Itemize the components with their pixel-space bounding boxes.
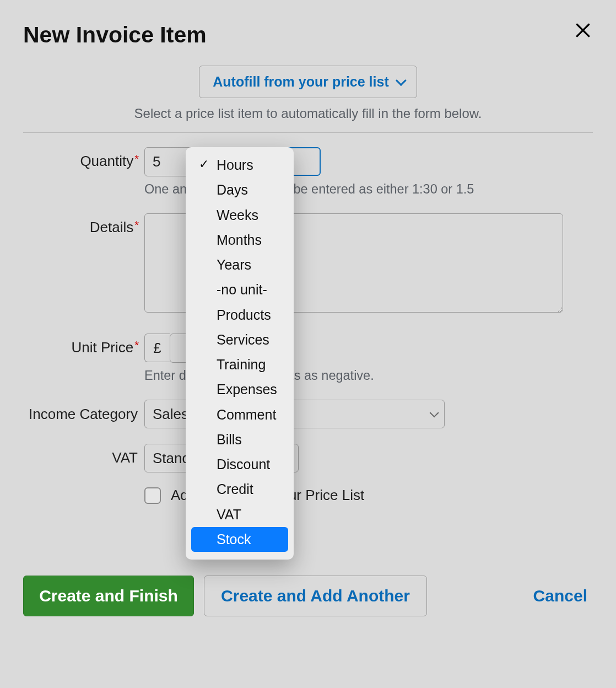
- unit-option-vat[interactable]: VAT: [191, 502, 288, 527]
- close-icon: [574, 22, 592, 39]
- unit-option--no-unit-[interactable]: -no unit-: [191, 277, 288, 302]
- unit-option-discount[interactable]: Discount: [191, 452, 288, 477]
- unit-option-bills[interactable]: Bills: [191, 427, 288, 452]
- unit-option-days[interactable]: Days: [191, 178, 288, 202]
- unit-option-credit[interactable]: Credit: [191, 477, 288, 502]
- modal-title: New Invoice Item: [23, 22, 593, 48]
- unit-option-stock[interactable]: Stock: [191, 527, 288, 552]
- chevron-down-icon: [396, 75, 407, 86]
- cancel-button[interactable]: Cancel: [528, 576, 593, 616]
- unit-option-hours[interactable]: Hours: [191, 153, 288, 178]
- close-button[interactable]: [572, 19, 594, 41]
- unit-option-services[interactable]: Services: [191, 327, 288, 352]
- autofill-label: Autofill from your price list: [213, 74, 388, 90]
- unit-dropdown-popup[interactable]: HoursDaysWeeksMonthsYears-no unit-Produc…: [186, 147, 294, 560]
- unit-option-expenses[interactable]: Expenses: [191, 377, 288, 402]
- unit-option-training[interactable]: Training: [191, 352, 288, 377]
- currency-symbol: £: [144, 334, 170, 362]
- quantity-label: Quantity: [23, 147, 144, 170]
- income-category-value: Sales: [153, 406, 188, 423]
- unit-option-weeks[interactable]: Weeks: [191, 203, 288, 228]
- price-list-checkbox[interactable]: [144, 487, 161, 504]
- chevron-down-icon: [430, 408, 439, 417]
- create-and-finish-button[interactable]: Create and Finish: [23, 576, 194, 616]
- unit-option-products[interactable]: Products: [191, 303, 288, 327]
- create-and-add-another-button[interactable]: Create and Add Another: [204, 576, 427, 616]
- vat-label: VAT: [23, 444, 144, 466]
- autofill-button[interactable]: Autofill from your price list: [199, 66, 417, 98]
- unit-option-comment[interactable]: Comment: [191, 402, 288, 427]
- divider: [23, 132, 593, 133]
- unit-price-label: Unit Price: [23, 334, 144, 356]
- autofill-help: Select a price list item to automaticall…: [23, 106, 593, 121]
- unit-option-months[interactable]: Months: [191, 228, 288, 252]
- unit-option-years[interactable]: Years: [191, 252, 288, 277]
- details-label: Details: [23, 213, 144, 236]
- income-category-label: Income Category: [23, 400, 144, 424]
